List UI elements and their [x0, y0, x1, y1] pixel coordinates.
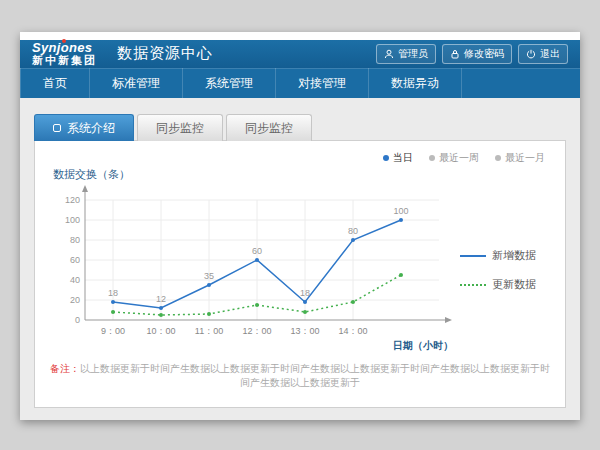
- legend-line-sample-solid: [460, 255, 486, 257]
- svg-text:80: 80: [348, 226, 358, 236]
- filter-today[interactable]: 当日: [383, 151, 413, 165]
- change-password-label: 修改密码: [464, 47, 504, 61]
- svg-text:40: 40: [70, 275, 80, 285]
- tab-label: 同步监控: [156, 115, 204, 141]
- svg-text:35: 35: [204, 271, 214, 281]
- svg-text:12: 12: [156, 294, 166, 304]
- filter-label: 最近一周: [439, 151, 479, 165]
- svg-text:60: 60: [70, 255, 80, 265]
- svg-text:100: 100: [65, 215, 80, 225]
- logout-label: 退出: [540, 47, 560, 61]
- main-nav: 首页 标准管理 系统管理 对接管理 数据异动: [20, 68, 580, 98]
- filter-last-month[interactable]: 最近一月: [495, 151, 545, 165]
- header-actions: 管理员 修改密码 退出: [376, 44, 568, 64]
- filter-dot-icon: [495, 155, 501, 161]
- legend-label: 更新数据: [492, 277, 536, 292]
- nav-item-system-mgmt[interactable]: 系统管理: [183, 68, 276, 98]
- filter-dot-icon: [429, 155, 435, 161]
- svg-text:12：00: 12：00: [242, 326, 271, 336]
- tab-label: 同步监控: [245, 115, 293, 141]
- svg-text:80: 80: [70, 235, 80, 245]
- series-legend: 新增数据 更新数据: [460, 248, 536, 292]
- legend-line-sample-dashed: [460, 284, 486, 286]
- tab-system-intro[interactable]: 系统介绍: [34, 114, 134, 141]
- app-window: Synjones 新中新集团 数据资源中心 管理员 修改密码: [20, 32, 580, 420]
- filter-label: 当日: [393, 151, 413, 165]
- brand-name-en: Synjones: [32, 41, 97, 55]
- nav-item-data-change[interactable]: 数据异动: [369, 68, 462, 98]
- brand-name-cn: 新中新集团: [32, 55, 97, 67]
- brand-logo: Synjones 新中新集团: [32, 41, 97, 66]
- legend-label: 新增数据: [492, 248, 536, 263]
- app-header: Synjones 新中新集团 数据资源中心 管理员 修改密码: [20, 40, 580, 69]
- page-title: 数据资源中心: [117, 44, 213, 63]
- tab-label: 系统介绍: [67, 115, 115, 141]
- logout-icon: [526, 49, 536, 59]
- legend-new-data[interactable]: 新增数据: [460, 248, 536, 263]
- footnote-label: 备注：: [50, 363, 80, 374]
- tab-grid-icon: [53, 124, 61, 132]
- nav-item-connect-mgmt[interactable]: 对接管理: [276, 68, 369, 98]
- tab-sync-monitor-2[interactable]: 同步监控: [226, 114, 312, 141]
- chart-panel: 当日 最近一周 最近一月 数据交换（条） 0204060801001209：00…: [34, 140, 566, 408]
- time-range-filters: 当日 最近一周 最近一月: [49, 151, 551, 165]
- svg-text:18: 18: [108, 288, 118, 298]
- tab-sync-monitor-1[interactable]: 同步监控: [137, 114, 223, 141]
- filter-last-week[interactable]: 最近一周: [429, 151, 479, 165]
- legend-updated-data[interactable]: 更新数据: [460, 277, 536, 292]
- lock-icon: [450, 49, 460, 59]
- content-area: 系统介绍 同步监控 同步监控 当日 最近一周: [20, 98, 580, 420]
- desktop-background: Synjones 新中新集团 数据资源中心 管理员 修改密码: [0, 0, 600, 450]
- svg-text:60: 60: [252, 246, 262, 256]
- change-password-button[interactable]: 修改密码: [442, 44, 512, 64]
- svg-text:9：00: 9：00: [101, 326, 125, 336]
- svg-text:18: 18: [300, 288, 310, 298]
- nav-item-home[interactable]: 首页: [20, 68, 90, 98]
- line-chart: 0204060801001209：0010：0011：0012：0013：001…: [49, 182, 454, 358]
- y-axis-title: 数据交换（条）: [53, 167, 551, 182]
- logout-button[interactable]: 退出: [518, 44, 568, 64]
- svg-text:14：00: 14：00: [338, 326, 367, 336]
- user-icon: [384, 49, 394, 59]
- footnote-text: 以上数据更新于时间产生数据以上数据更新于时间产生数据以上数据更新于时间产生数据以…: [80, 363, 550, 388]
- svg-text:10：00: 10：00: [146, 326, 175, 336]
- window-top-strip: [20, 32, 580, 40]
- tab-bar: 系统介绍 同步监控 同步监控: [34, 114, 566, 141]
- svg-text:120: 120: [65, 195, 80, 205]
- svg-text:0: 0: [75, 315, 80, 325]
- filter-dot-icon: [383, 155, 389, 161]
- admin-button-label: 管理员: [398, 47, 428, 61]
- footnote: 备注：以上数据更新于时间产生数据以上数据更新于时间产生数据以上数据更新于时间产生…: [49, 362, 551, 390]
- svg-text:日期（小时）: 日期（小时）: [393, 340, 453, 351]
- chart-row: 0204060801001209：0010：0011：0012：0013：001…: [49, 182, 551, 358]
- svg-text:20: 20: [70, 295, 80, 305]
- admin-button[interactable]: 管理员: [376, 44, 436, 64]
- svg-text:13：00: 13：00: [290, 326, 319, 336]
- nav-item-standard-mgmt[interactable]: 标准管理: [90, 68, 183, 98]
- svg-text:100: 100: [393, 206, 408, 216]
- svg-text:11：00: 11：00: [195, 326, 223, 336]
- filter-label: 最近一月: [505, 151, 545, 165]
